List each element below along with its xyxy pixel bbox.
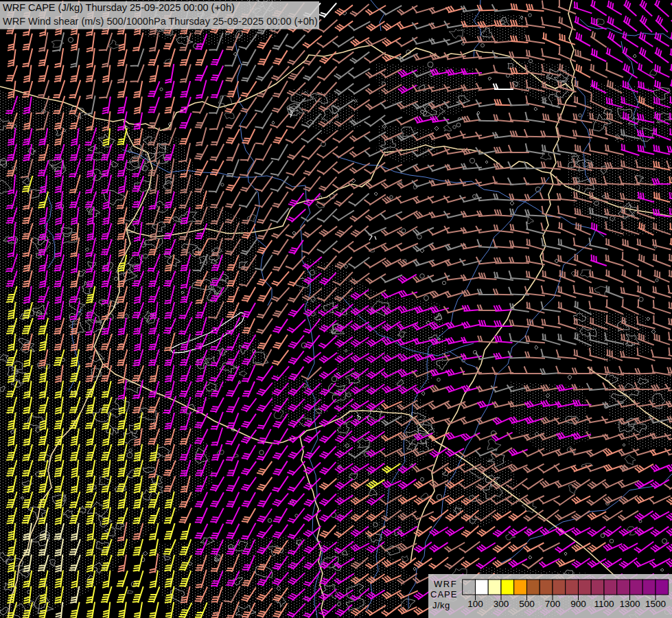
svg-text:WRF: WRF [434, 579, 457, 589]
svg-text:WRF CAPE (J/kg) Thursday 25-09: WRF CAPE (J/kg) Thursday 25-09-2025 00:0… [3, 2, 235, 13]
svg-text:1100: 1100 [594, 599, 614, 609]
svg-text:CAPE: CAPE [430, 589, 457, 599]
svg-text:100: 100 [467, 599, 483, 609]
svg-text:J/kg: J/kg [432, 600, 450, 610]
svg-text:500: 500 [519, 599, 535, 609]
svg-text:700: 700 [545, 599, 561, 609]
svg-text:1500: 1500 [645, 599, 666, 609]
svg-text:WRF Wind shear (m/s) 500/1000h: WRF Wind shear (m/s) 500/1000hPa Thursda… [3, 16, 318, 27]
svg-text:300: 300 [494, 599, 509, 609]
svg-text:900: 900 [570, 599, 586, 609]
svg-text:1300: 1300 [619, 599, 640, 609]
